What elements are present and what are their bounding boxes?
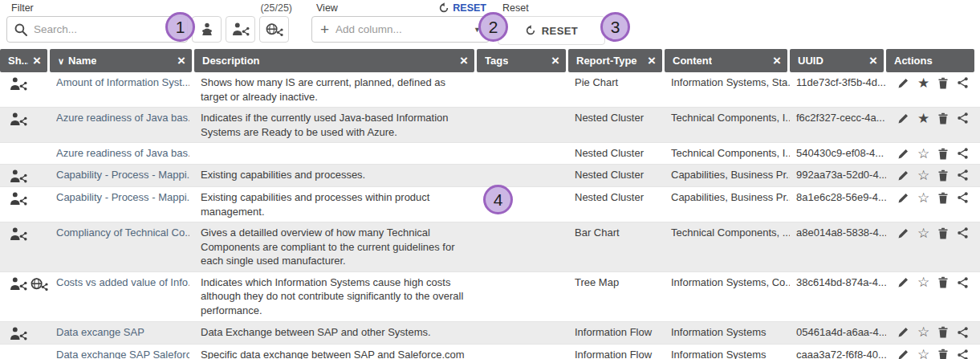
report-name-link[interactable]: Azure readiness of Java bas... (56, 146, 189, 161)
column-header-tags[interactable]: Tags × (477, 49, 566, 72)
undo-icon (525, 25, 536, 36)
report-name-link[interactable]: Amount of Information Syst... (56, 75, 189, 90)
globe-share-filter-button[interactable] (259, 16, 289, 43)
table-body: Amount of Information Syst...Shows how m… (0, 72, 980, 359)
delete-icon[interactable] (937, 348, 949, 359)
favorite-star-icon[interactable]: ☆ (917, 146, 929, 161)
uuid-cell: caaa3a72-f6f8-40... (790, 345, 886, 359)
report-name-link[interactable]: Data exchange SAP Saleforce (56, 348, 189, 359)
edit-icon[interactable] (897, 75, 909, 90)
shared-cell (0, 345, 50, 359)
delete-icon[interactable] (937, 190, 949, 205)
reset-button[interactable]: RESET (525, 25, 578, 37)
report-type-cell: Nested Cluster (568, 108, 665, 142)
person-share-icon (10, 327, 27, 341)
name-cell: Azure readiness of Java bas... (50, 108, 194, 142)
column-header-content[interactable]: Content × (665, 49, 787, 72)
report-description: Shows how many IS are current, planned, … (194, 72, 477, 107)
delete-icon[interactable] (937, 75, 949, 90)
tags-cell (477, 165, 568, 186)
share-icon[interactable] (957, 275, 969, 290)
close-icon[interactable]: × (28, 54, 41, 67)
column-header-name[interactable]: ∨Name × (50, 49, 192, 72)
close-icon[interactable]: × (173, 54, 185, 67)
view-label: View (316, 2, 338, 14)
share-icon[interactable] (957, 146, 969, 161)
table-row: Costs vs added value of Info...Indicates… (0, 272, 980, 322)
favorite-star-icon[interactable]: ☆ (917, 348, 929, 359)
report-description (194, 143, 477, 164)
close-icon[interactable]: × (643, 54, 656, 67)
person-share-icon (10, 192, 27, 206)
favorite-star-icon[interactable]: ☆ (917, 168, 929, 182)
close-icon[interactable]: × (768, 54, 781, 67)
uuid-cell: 8a1e6c28-56e9-4... (790, 187, 886, 222)
column-header-description[interactable]: Description × (194, 49, 474, 72)
close-icon[interactable]: × (864, 54, 877, 67)
close-icon[interactable]: × (455, 54, 468, 67)
edit-icon[interactable] (897, 275, 909, 290)
person-share-icon (10, 112, 27, 126)
report-name-link[interactable]: Costs vs added value of Info... (56, 275, 189, 290)
favorite-star-icon[interactable]: ★ (917, 111, 929, 125)
edit-icon[interactable] (897, 226, 909, 240)
column-header-uuid[interactable]: UUID × (790, 49, 884, 72)
close-icon[interactable]: × (547, 54, 559, 67)
actions-cell: ★ (886, 72, 980, 107)
report-name-link[interactable]: Data excange SAP (56, 325, 189, 340)
report-name-link[interactable]: Azure readiness of Java bas... (56, 111, 189, 125)
report-name-link[interactable]: Compliancy of Technical Co... (56, 226, 189, 240)
delete-icon[interactable] (937, 146, 949, 161)
favorite-star-icon[interactable]: ☆ (917, 190, 929, 205)
delete-icon[interactable] (937, 226, 949, 240)
share-icon[interactable] (957, 75, 969, 90)
undo-icon (438, 2, 449, 14)
table-row: Capability - Process - Mappi...Existing … (0, 165, 980, 187)
shared-cell (0, 143, 50, 164)
edit-icon[interactable] (897, 146, 909, 161)
favorite-star-icon[interactable]: ☆ (917, 275, 929, 290)
content-cell: Technical Components, I... (665, 108, 790, 142)
delete-icon[interactable] (937, 325, 949, 340)
shared-cell (0, 165, 50, 186)
share-icon[interactable] (957, 325, 969, 340)
edit-icon[interactable] (897, 168, 909, 182)
uuid-cell: 992aa73a-52d0-4... (790, 165, 886, 186)
view-group: View RESET + Add column... ▼ (311, 2, 490, 43)
delete-icon[interactable] (937, 168, 949, 182)
edit-icon[interactable] (897, 190, 909, 205)
share-icon[interactable] (957, 168, 969, 182)
annotation-marker-4: 4 (483, 185, 513, 214)
shared-cell (0, 72, 50, 107)
column-header-shared[interactable]: Sh... × (0, 49, 47, 72)
shared-cell (0, 322, 50, 344)
name-cell: Amount of Information Syst... (50, 72, 194, 107)
tags-cell (477, 108, 568, 142)
add-column-select[interactable]: + Add column... ▼ (311, 16, 490, 43)
name-cell: Costs vs added value of Info... (50, 272, 194, 321)
report-name-link[interactable]: Capability - Process - Mappi... (56, 190, 189, 205)
person-share-filter-button[interactable] (226, 16, 255, 43)
search-input[interactable] (34, 23, 181, 35)
report-name-link[interactable]: Capability - Process - Mappi... (56, 168, 189, 182)
favorite-star-icon[interactable]: ☆ (917, 226, 929, 240)
business-user-filter-button[interactable] (192, 16, 222, 43)
favorite-star-icon[interactable]: ☆ (917, 325, 929, 340)
share-icon[interactable] (957, 348, 969, 359)
delete-icon[interactable] (937, 275, 949, 290)
edit-icon[interactable] (897, 111, 909, 125)
view-reset-link[interactable]: RESET (438, 2, 486, 14)
share-icon[interactable] (957, 190, 969, 205)
tags-cell (477, 345, 568, 359)
share-icon[interactable] (957, 226, 969, 240)
column-header-report-type[interactable]: Report-Type × (568, 49, 662, 72)
share-icon[interactable] (957, 111, 969, 125)
edit-icon[interactable] (897, 325, 909, 340)
shared-cell (0, 187, 50, 222)
tags-cell (477, 222, 568, 271)
delete-icon[interactable] (937, 111, 949, 125)
name-cell: Azure readiness of Java bas... (50, 143, 194, 164)
favorite-star-icon[interactable]: ★ (917, 75, 929, 90)
report-type-cell: Bar Chart (568, 222, 665, 271)
edit-icon[interactable] (897, 348, 909, 359)
